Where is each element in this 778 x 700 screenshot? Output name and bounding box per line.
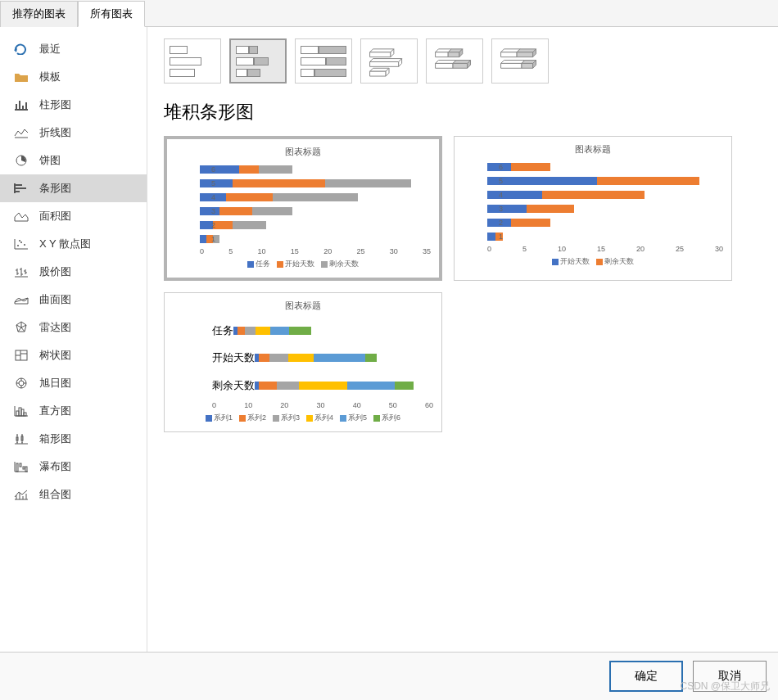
subtype-clustered-bar[interactable] xyxy=(164,38,221,84)
subtype-3d-100-stacked-bar[interactable] xyxy=(491,38,549,84)
sidebar-item-line[interactable]: 折线图 xyxy=(0,119,147,147)
dialog-footer: 确定 取消 xyxy=(0,652,778,700)
svg-rect-17 xyxy=(25,467,27,472)
sidebar-item-stock[interactable]: 股价图 xyxy=(0,258,147,286)
svg-rect-16 xyxy=(23,467,25,469)
sidebar-item-sunburst[interactable]: 旭日图 xyxy=(0,369,147,397)
svg-point-4 xyxy=(19,240,20,242)
chart-preview-2[interactable]: 图表标题 123456051015202530开始天数剩余天数 xyxy=(454,136,732,281)
subtype-heading: 堆积条形图 xyxy=(164,100,762,124)
subtype-3d-clustered-bar[interactable] xyxy=(360,38,418,84)
svg-rect-15 xyxy=(20,463,21,467)
subtype-3d-stacked-bar[interactable] xyxy=(426,38,483,84)
chart-preview-3[interactable]: 图表标题 任务开始天数剩余天数0102030405060系列1系列2系列3系列4… xyxy=(164,292,442,432)
box-chart-icon xyxy=(13,431,29,446)
sidebar-item-combo[interactable]: 组合图 xyxy=(0,481,147,508)
sidebar-item-label: 树状图 xyxy=(39,348,71,363)
sidebar-item-label: 最近 xyxy=(39,42,61,56)
tab-all-charts[interactable]: 所有图表 xyxy=(78,1,145,27)
sidebar-item-scatter[interactable]: X Y 散点图 xyxy=(0,230,147,258)
bar-chart-icon xyxy=(13,181,29,196)
waterfall-icon xyxy=(13,459,29,474)
sidebar-item-label: 面积图 xyxy=(39,209,71,224)
svg-point-3 xyxy=(24,244,25,246)
column-chart-icon xyxy=(13,97,29,112)
sidebar-item-label: 箱形图 xyxy=(39,431,71,446)
radar-chart-icon xyxy=(13,320,29,335)
sidebar-item-label: 柱形图 xyxy=(39,97,71,112)
tab-strip: 推荐的图表 所有图表 xyxy=(0,0,778,27)
svg-point-2 xyxy=(20,242,22,243)
svg-rect-11 xyxy=(24,413,26,416)
sidebar-item-label: 饼图 xyxy=(39,153,61,168)
cancel-button[interactable]: 取消 xyxy=(693,661,767,692)
sunburst-icon xyxy=(13,376,29,391)
treemap-icon xyxy=(13,348,29,363)
chart-title: 图表标题 xyxy=(463,143,723,156)
subtype-100-stacked-bar[interactable] xyxy=(295,38,352,84)
pie-chart-icon xyxy=(13,153,29,168)
sidebar-item-waterfall[interactable]: 瀑布图 xyxy=(0,453,147,481)
sidebar-item-label: 旭日图 xyxy=(39,376,71,391)
sidebar-item-surface[interactable]: 曲面图 xyxy=(0,286,147,314)
svg-point-7 xyxy=(19,381,24,386)
sidebar-item-area[interactable]: 面积图 xyxy=(0,202,147,230)
svg-point-1 xyxy=(17,245,19,246)
svg-rect-14 xyxy=(16,463,18,472)
bar-subtype-row xyxy=(164,38,762,84)
sidebar-item-radar[interactable]: 雷达图 xyxy=(0,314,147,341)
sidebar-item-label: 股价图 xyxy=(39,264,71,279)
sidebar-item-label: 瀑布图 xyxy=(39,459,71,474)
sidebar-item-label: 曲面图 xyxy=(39,292,71,307)
sidebar-item-pie[interactable]: 饼图 xyxy=(0,147,147,174)
area-chart-icon xyxy=(13,209,29,224)
chart-title: 图表标题 xyxy=(175,146,431,158)
sidebar-item-histogram[interactable]: 直方图 xyxy=(0,397,147,425)
line-chart-icon xyxy=(13,125,29,140)
sidebar-item-label: 模板 xyxy=(39,70,61,84)
folder-icon xyxy=(13,70,29,84)
sidebar-item-label: 折线图 xyxy=(39,125,71,140)
chart-title: 图表标题 xyxy=(173,300,433,312)
sidebar-item-box[interactable]: 箱形图 xyxy=(0,425,147,453)
combo-chart-icon xyxy=(13,487,29,502)
chart-type-sidebar: 最近 模板 柱形图 折线图 饼图 条形图 面积图 X Y 散点图 股价图 曲面图… xyxy=(0,27,147,652)
sidebar-item-templates[interactable]: 模板 xyxy=(0,63,147,91)
sidebar-item-label: X Y 散点图 xyxy=(39,237,91,251)
sidebar-item-treemap[interactable]: 树状图 xyxy=(0,341,147,369)
preview-grid: 图表标题 12345605101520253035任务开始天数剩余天数 图表标题… xyxy=(164,136,762,432)
ok-button[interactable]: 确定 xyxy=(609,661,683,692)
main-panel: 堆积条形图 图表标题 12345605101520253035任务开始天数剩余天… xyxy=(147,27,778,652)
surface-chart-icon xyxy=(13,292,29,307)
sidebar-item-label: 条形图 xyxy=(39,181,71,196)
sidebar-item-label: 直方图 xyxy=(39,404,71,418)
sidebar-item-bar[interactable]: 条形图 xyxy=(0,174,147,202)
chart-preview-1[interactable]: 图表标题 12345605101520253035任务开始天数剩余天数 xyxy=(164,136,442,281)
stock-chart-icon xyxy=(13,264,29,279)
sidebar-item-column[interactable]: 柱形图 xyxy=(0,91,147,119)
sidebar-item-label: 雷达图 xyxy=(39,320,71,335)
recent-icon xyxy=(13,42,29,56)
sidebar-item-label: 组合图 xyxy=(39,487,71,502)
sidebar-item-recent[interactable]: 最近 xyxy=(0,35,147,63)
histogram-icon xyxy=(13,404,29,418)
tab-recommended[interactable]: 推荐的图表 xyxy=(0,1,78,27)
subtype-stacked-bar[interactable] xyxy=(229,38,287,84)
scatter-chart-icon xyxy=(13,237,29,251)
